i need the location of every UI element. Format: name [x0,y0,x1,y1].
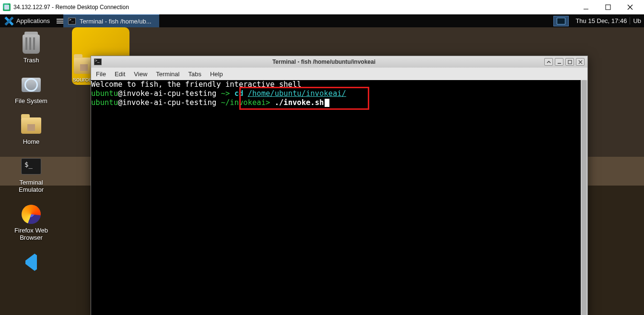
menu-terminal[interactable]: Terminal [156,70,179,78]
menu-file[interactable]: File [96,70,106,78]
terminal-prompt-line: ubuntu@invoke-ai-cpu-testing ~/invokeai>… [91,98,587,107]
firefox-icon [22,205,41,224]
rdp-title: 34.132.122.97 - Remote Desktop Connectio… [13,4,129,11]
menu-help[interactable]: Help [210,70,223,78]
desktop-icon-label: Firefox WebBrowser [14,227,48,241]
rdp-minimize-button[interactable] [575,0,597,14]
trash-icon [23,35,40,54]
terminal-body[interactable]: Welcome to fish, the friendly interactiv… [91,80,587,315]
terminal-prompt-line: ubuntu@invoke-ai-cpu-testing ~> cd /home… [91,89,587,98]
rdp-close-button[interactable] [619,0,641,14]
drive-icon [22,78,41,92]
terminal-output-line: Welcome to fish, the friendly interactiv… [91,80,302,89]
taskbar-item-label: Terminal - fish /home/ub... [80,18,152,25]
rdp-maximize-button[interactable] [597,0,619,14]
terminal-emulator-icon [21,158,41,175]
desktop-icon-trash[interactable]: Trash [20,34,43,64]
taskbar-item-terminal[interactable]: Terminal - fish /home/ub... [63,14,159,27]
desktop-icon-home[interactable]: Home [20,115,43,145]
tray-terminal-icon[interactable] [553,16,569,26]
terminal-window: Terminal - fish /home/ubuntu/invokeai Fi… [91,56,588,315]
applications-menu[interactable]: Applications [0,14,55,27]
svg-rect-5 [568,60,571,63]
rdp-icon [3,3,11,11]
panel-user-fragment: Ub [630,17,644,24]
desktop-icon-filesystem[interactable]: File System [15,74,47,105]
window-rollup-button[interactable] [544,58,553,66]
desktop-icon-terminal[interactable]: TerminalEmulator [19,156,44,193]
desktop-icon-label: Home [23,138,40,145]
terminal-cursor [325,99,329,107]
xfce-panel: Applications Terminal - fish /home/ub...… [0,14,644,27]
folder-icon [21,117,41,134]
terminal-scrollbar[interactable] [581,80,587,315]
desktop-icon-vscode[interactable] [20,252,43,273]
panel-separator-icon [57,19,63,23]
desktop-icons: Trash File System Home TerminalEmulator … [0,34,62,273]
vscode-icon [22,253,41,272]
terminal-icon [68,18,76,24]
svg-rect-1 [606,5,610,10]
window-close-button[interactable] [576,58,585,66]
applications-label: Applications [16,17,50,24]
desktop-icon-firefox[interactable]: Firefox WebBrowser [14,204,48,241]
menu-edit[interactable]: Edit [115,70,125,78]
desktop-icon-label: TerminalEmulator [19,179,44,193]
terminal-title-text: Terminal - fish /home/ubuntu/invokeai [105,58,542,65]
window-maximize-button[interactable] [565,58,574,66]
desktop-icon-label: File System [15,97,47,105]
xfce-logo-icon [5,17,13,25]
rdp-title-bar: 34.132.122.97 - Remote Desktop Connectio… [0,0,644,14]
terminal-menu-bar: File Edit View Terminal Tabs Help [91,68,587,80]
menu-tabs[interactable]: Tabs [188,70,201,78]
window-minimize-button[interactable] [555,58,563,66]
desktop-icon-label: Trash [23,57,39,64]
terminal-icon [94,58,102,65]
menu-view[interactable]: View [134,70,147,78]
terminal-title-bar[interactable]: Terminal - fish /home/ubuntu/invokeai [91,56,587,68]
panel-clock[interactable]: Thu 15 Dec, 17:46 [573,17,630,24]
linux-desktop: Applications Terminal - fish /home/ub...… [0,14,644,315]
